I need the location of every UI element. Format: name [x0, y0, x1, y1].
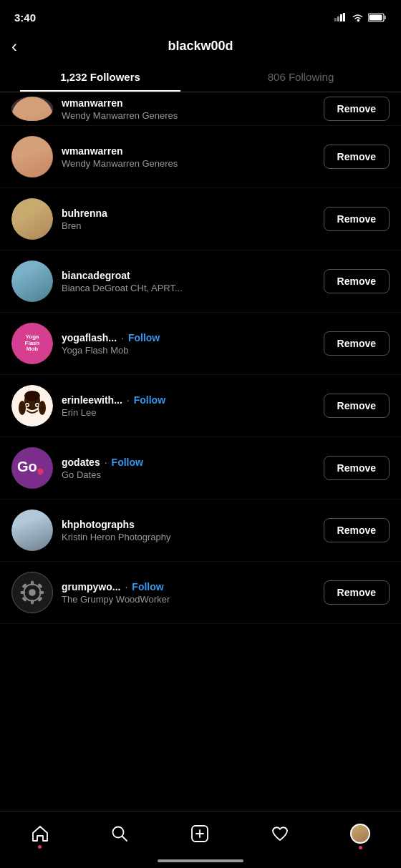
remove-button[interactable]: Remove: [324, 456, 390, 480]
svg-rect-2: [340, 14, 342, 21]
display-name: Go Dates: [62, 469, 317, 480]
avatar: [11, 260, 53, 302]
svg-point-15: [39, 401, 46, 415]
display-name: Bren: [62, 220, 317, 231]
svg-rect-5: [385, 16, 387, 19]
display-name: The Grumpy WoodWorker: [62, 594, 317, 605]
nav-home[interactable]: [31, 824, 49, 843]
username: khphotographs: [62, 519, 135, 530]
svg-point-18: [29, 589, 36, 596]
dot-separator: ·: [125, 581, 127, 593]
followers-list: wmanwarren Wendy Manwarren Generes Remov…: [0, 92, 401, 624]
svg-rect-6: [369, 14, 382, 20]
display-name: Bianca DeGroat CHt, APRT...: [62, 283, 317, 293]
battery-icon: [368, 13, 387, 22]
nav-heart[interactable]: [271, 824, 289, 843]
display-name: Wendy Manwarren Generes: [62, 110, 317, 121]
avatar: [11, 97, 53, 121]
list-item: biancadegroat Bianca DeGroat CHt, APRT..…: [0, 250, 401, 313]
wifi-icon: [352, 13, 364, 22]
dot-separator: ·: [127, 394, 130, 406]
user-info: erinleewith... · Follow Erin Lee: [62, 394, 317, 418]
svg-rect-19: [31, 581, 34, 586]
username: yogaflash...: [62, 332, 117, 343]
svg-rect-3: [343, 13, 345, 21]
svg-point-14: [19, 401, 26, 415]
user-info: buhrenna Bren: [62, 208, 317, 231]
list-item: wmanwarren Wendy Manwarren Generes Remov…: [0, 92, 401, 126]
page-title: blackw00d: [168, 39, 233, 54]
tabs-container: 1,232 Followers 806 Following: [0, 61, 401, 92]
tab-followers[interactable]: 1,232 Followers: [0, 61, 200, 92]
list-item: grumpywo... · Follow The Grumpy WoodWork…: [0, 562, 401, 624]
remove-button[interactable]: Remove: [324, 394, 390, 418]
add-icon: [190, 824, 209, 843]
remove-button[interactable]: Remove: [324, 580, 390, 605]
gear-logo: [12, 572, 52, 613]
nav-add[interactable]: [190, 824, 209, 843]
follow-link[interactable]: Follow: [134, 394, 165, 406]
user-info: wmanwarren Wendy Manwarren Generes: [62, 97, 317, 121]
display-name: Kristin Heron Photography: [62, 532, 317, 542]
user-info: wmanwarren Wendy Manwarren Generes: [62, 145, 317, 169]
status-icons: [334, 13, 387, 22]
svg-point-13: [24, 391, 40, 401]
avatar: YogaFlashMob: [11, 323, 53, 364]
follow-link[interactable]: Follow: [112, 457, 143, 468]
follow-link[interactable]: Follow: [132, 581, 163, 593]
remove-button[interactable]: Remove: [324, 331, 390, 356]
signal-icon: [334, 13, 347, 21]
go-logo: Go: [11, 447, 53, 489]
username: wmanwarren: [62, 145, 123, 157]
svg-point-12: [37, 404, 39, 406]
nav-profile[interactable]: [350, 824, 370, 844]
remove-button[interactable]: Remove: [324, 207, 390, 231]
profile-nav-dot: [359, 846, 362, 849]
list-item: wmanwarren Wendy Manwarren Generes Remov…: [0, 126, 401, 188]
user-info: grumpywo... · Follow The Grumpy WoodWork…: [62, 581, 317, 605]
svg-line-28: [122, 836, 127, 841]
toon-avatar: [11, 385, 53, 426]
username: erinleewith...: [62, 394, 122, 406]
follow-link[interactable]: Follow: [128, 332, 160, 343]
remove-button[interactable]: Remove: [324, 145, 390, 169]
user-info: yogaflash... · Follow Yoga Flash Mob: [62, 332, 317, 356]
heart-icon: [271, 824, 289, 843]
svg-rect-0: [334, 18, 337, 21]
display-name: Erin Lee: [62, 407, 317, 418]
username: wmanwarren: [62, 97, 123, 109]
avatar: [11, 198, 53, 240]
list-item: erinleewith... · Follow Erin Lee Remove: [0, 375, 401, 437]
avatar: [11, 136, 53, 177]
list-item: Go godates · Follow Go Dates Remove: [0, 437, 401, 499]
tab-following[interactable]: 806 Following: [200, 61, 401, 92]
user-info: khphotographs Kristin Heron Photography: [62, 519, 317, 542]
username: godates: [62, 457, 100, 468]
remove-button[interactable]: Remove: [324, 518, 390, 542]
svg-text:Go: Go: [17, 459, 37, 474]
svg-rect-1: [337, 16, 339, 21]
list-item: buhrenna Bren Remove: [0, 188, 401, 250]
back-button[interactable]: ‹: [11, 36, 17, 57]
status-bar: 3:40: [0, 0, 401, 31]
user-info: godates · Follow Go Dates: [62, 457, 317, 480]
status-time: 3:40: [14, 11, 36, 24]
username: grumpywo...: [62, 581, 120, 593]
home-indicator: [158, 859, 243, 862]
header: ‹ blackw00d: [0, 31, 401, 61]
username: biancadegroat: [62, 270, 130, 281]
home-icon: [31, 824, 49, 843]
display-name: Yoga Flash Mob: [62, 345, 317, 356]
list-item: khphotographs Kristin Heron Photography …: [0, 499, 401, 562]
user-info: biancadegroat Bianca DeGroat CHt, APRT..…: [62, 270, 317, 293]
remove-button[interactable]: Remove: [324, 97, 390, 121]
svg-rect-21: [21, 591, 26, 594]
nav-search[interactable]: [110, 824, 129, 843]
avatar: Go: [11, 447, 53, 489]
remove-button[interactable]: Remove: [324, 269, 390, 293]
svg-point-11: [26, 404, 29, 406]
profile-avatar: [350, 824, 370, 844]
svg-rect-22: [39, 591, 44, 594]
avatar: [11, 572, 53, 613]
display-name: Wendy Manwarren Generes: [62, 158, 317, 169]
